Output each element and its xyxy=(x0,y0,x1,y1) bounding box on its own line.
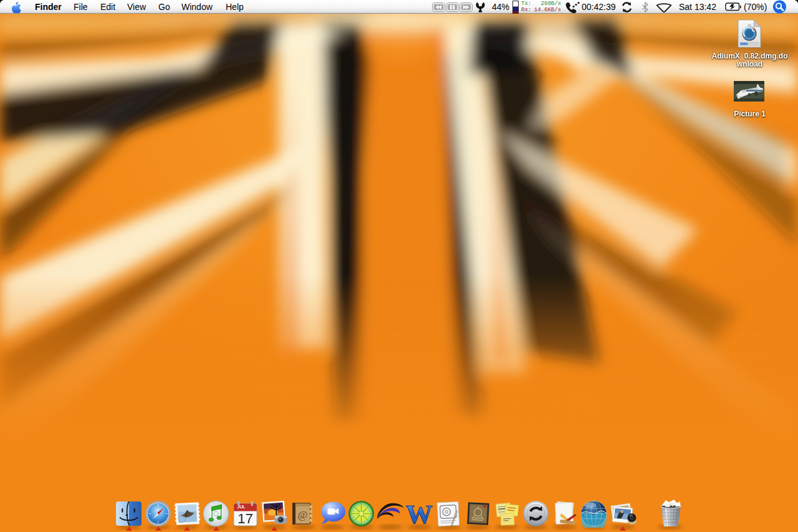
svg-text:@: @ xyxy=(297,509,307,521)
svg-text:W: W xyxy=(406,500,433,528)
svg-text:17: 17 xyxy=(238,511,253,526)
